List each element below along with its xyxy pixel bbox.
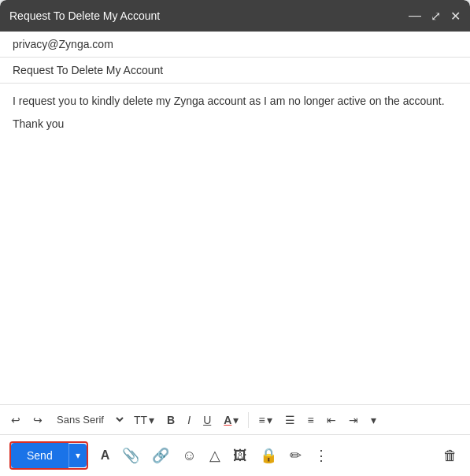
send-button[interactable]: Send (11, 443, 68, 468)
italic-button[interactable]: I (183, 411, 195, 430)
to-field-row: privacy@Zynga.com (0, 32, 470, 58)
font-color-chevron: ▾ (233, 414, 239, 426)
close-button[interactable]: ✕ (450, 9, 461, 24)
attach-button[interactable]: 📎 (119, 444, 142, 467)
format-options-button[interactable]: A (98, 445, 113, 466)
maximize-button[interactable]: ⤢ (431, 9, 441, 24)
pen-icon: ✏ (290, 447, 302, 464)
text-size-chevron: ▾ (149, 414, 154, 426)
more-formatting-button[interactable]: ▾ (366, 411, 381, 430)
undo-button[interactable]: ↩ (6, 411, 25, 430)
pen-button[interactable]: ✏ (287, 444, 305, 467)
redo-button[interactable]: ↪ (28, 411, 47, 430)
indent-less-button[interactable]: ⇤ (322, 411, 341, 430)
indent-more-icon: ⇥ (349, 414, 358, 426)
body-line1: I request you to kindly delete my Zynga … (13, 93, 457, 110)
minimize-button[interactable]: — (409, 9, 421, 23)
subject-field-row: Request To Delete My Account (0, 58, 470, 83)
font-color-button[interactable]: A ▾ (219, 411, 243, 430)
format-options-icon: A (101, 448, 110, 463)
font-color-label: A (224, 414, 231, 426)
indent-more-button[interactable]: ⇥ (344, 411, 363, 430)
lock-button[interactable]: 🔒 (257, 444, 280, 467)
indent-less-icon: ⇤ (327, 414, 336, 426)
link-button[interactable]: 🔗 (149, 444, 172, 467)
delete-icon: 🗑 (443, 448, 457, 463)
drive-button[interactable]: △ (206, 444, 224, 467)
more-options-icon: ⋮ (314, 447, 328, 464)
bottom-bar: Send ▾ A 📎 🔗 ☺ △ (0, 434, 470, 476)
numbered-list-button[interactable]: ☰ (280, 411, 300, 430)
email-body[interactable]: I request you to kindly delete my Zynga … (0, 84, 470, 404)
send-group: Send ▾ (9, 441, 88, 470)
attach-icon: 📎 (122, 447, 139, 464)
numbered-list-icon: ☰ (285, 414, 295, 426)
more-options-button[interactable]: ⋮ (311, 444, 331, 467)
bold-button[interactable]: B (162, 411, 179, 430)
toolbar-separator-1 (248, 412, 249, 428)
title-bar-controls: — ⤢ ✕ (409, 9, 461, 24)
align-button[interactable]: ≡ ▾ (254, 411, 276, 430)
bottom-icons: A 📎 🔗 ☺ △ 🖼 🔒 (98, 444, 331, 467)
window-title: Request To Delete My Account (9, 9, 160, 22)
more-formatting-icon: ▾ (371, 414, 376, 426)
underline-button[interactable]: U (198, 411, 216, 430)
body-line2: Thank you (13, 116, 457, 132)
title-bar: Request To Delete My Account — ⤢ ✕ (0, 0, 470, 32)
delete-button[interactable]: 🗑 (440, 444, 461, 467)
compose-window: Request To Delete My Account — ⤢ ✕ priva… (0, 0, 470, 476)
emoji-icon: ☺ (182, 448, 196, 464)
formatting-toolbar: ↩ ↪ Sans Serif Serif Monospace TT ▾ B I … (0, 404, 470, 434)
subject-value: Request To Delete My Account (13, 64, 163, 76)
emoji-button[interactable]: ☺ (179, 444, 199, 467)
photo-icon: 🖼 (233, 448, 247, 464)
to-value: privacy@Zynga.com (13, 38, 113, 50)
lock-icon: 🔒 (260, 447, 277, 464)
photo-button[interactable]: 🖼 (230, 444, 250, 467)
send-dropdown-button[interactable]: ▾ (68, 444, 87, 467)
align-chevron: ▾ (267, 414, 272, 426)
link-icon: 🔗 (152, 447, 169, 464)
text-size-button[interactable]: TT ▾ (129, 411, 159, 430)
send-dropdown-chevron-icon: ▾ (76, 450, 80, 461)
email-fields: privacy@Zynga.com Request To Delete My A… (0, 32, 470, 84)
text-size-label: TT (134, 414, 147, 426)
font-family-select[interactable]: Sans Serif Serif Monospace (50, 410, 126, 430)
bullet-list-icon: ≡ (308, 414, 314, 426)
bullet-list-button[interactable]: ≡ (303, 411, 319, 430)
drive-icon: △ (209, 447, 220, 464)
align-icon: ≡ (258, 414, 265, 426)
